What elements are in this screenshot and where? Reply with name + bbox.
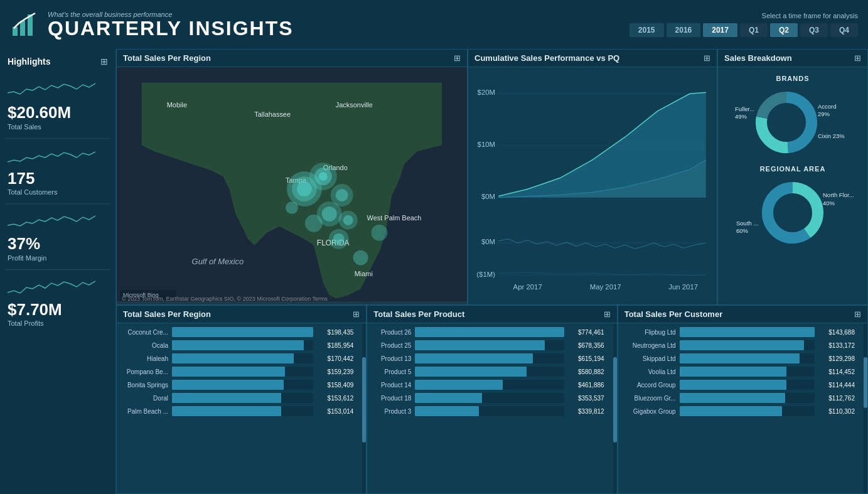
chart-icon xyxy=(10,9,40,40)
table-row: Product 18 $353,537 xyxy=(373,393,604,403)
product-bar-value-5: $353,537 xyxy=(568,395,604,402)
map-svg: Gulf of Mexico Mobile Tallahassee Jackso… xyxy=(117,67,467,304)
cumulative-panel-header: Cumulative Sales Performance vs PQ ⊞ xyxy=(468,50,717,67)
svg-text:Jacksonville: Jacksonville xyxy=(336,101,373,109)
metric-total-sales-label: Total Sales xyxy=(8,123,108,131)
product-bar-fill-4 xyxy=(415,380,503,390)
table-row: Voolia Ltd $114,452 xyxy=(624,367,855,377)
header-right: Select a time frame for analysis 2015 20… xyxy=(630,12,858,37)
customer-bar-panel-title: Total Sales Per Customer xyxy=(624,309,723,319)
svg-text:West Palm Beach: West Palm Beach xyxy=(367,214,422,222)
region-bar-fill-2 xyxy=(172,353,294,363)
sidebar-title: Highlights xyxy=(8,56,50,67)
sparkline-total-customers xyxy=(8,146,95,165)
q2-button[interactable]: Q2 xyxy=(770,23,798,37)
product-bar-track-4 xyxy=(415,380,564,390)
product-scrollbar[interactable] xyxy=(613,323,617,493)
content: Total Sales Per Region ⊞ Gulf of Mexico xyxy=(116,49,868,494)
table-row: Product 3 $339,812 xyxy=(373,406,604,416)
map-expand-icon[interactable]: ⊞ xyxy=(454,53,461,63)
svg-point-20 xyxy=(336,189,348,201)
q4-button[interactable]: Q4 xyxy=(830,23,858,37)
customer-bar-track-2 xyxy=(680,353,815,363)
region-label-0: Coconut Cre... xyxy=(123,329,168,336)
product-bar-panel-body: Product 26 $774,461 Product 25 $678,356 … xyxy=(367,323,616,493)
table-row: Palm Beach ... $153,014 xyxy=(123,406,353,416)
region-bar-track-2 xyxy=(172,353,313,363)
cumulative-chart-svg: $20M $10M $0M $0M ($1M) xyxy=(476,72,709,299)
svg-text:Apr 2017: Apr 2017 xyxy=(513,283,542,291)
cumulative-expand-icon[interactable]: ⊞ xyxy=(704,53,710,63)
svg-text:Cixin 23%: Cixin 23% xyxy=(818,132,845,139)
svg-point-49 xyxy=(769,105,804,140)
customer-expand-icon[interactable]: ⊞ xyxy=(854,309,861,319)
table-row: Product 26 $774,461 xyxy=(373,327,604,337)
top-row: Total Sales Per Region ⊞ Gulf of Mexico xyxy=(116,49,868,305)
region-bar-track-3 xyxy=(172,367,313,377)
sidebar-header: Highlights ⊞ xyxy=(5,54,110,69)
svg-text:May 2017: May 2017 xyxy=(590,283,621,291)
customer-bar-value-1: $133,172 xyxy=(818,342,855,349)
customer-bar-fill-3 xyxy=(680,367,786,377)
product-bar-value-4: $461,886 xyxy=(568,382,604,389)
metric-total-customers-label: Total Customers xyxy=(8,188,108,196)
customer-scrollbar[interactable] xyxy=(864,323,867,493)
svg-text:Mobile: Mobile xyxy=(167,101,187,109)
customer-bar-fill-6 xyxy=(680,406,783,416)
region-bar-value-3: $159,239 xyxy=(317,368,353,375)
year-2017-button[interactable]: 2017 xyxy=(703,23,737,37)
map-panel-header: Total Sales Per Region ⊞ xyxy=(117,50,467,67)
product-bar-value-0: $774,461 xyxy=(568,329,604,336)
region-bar-chart: Coconut Cre... $198,435 Ocala $185,954 H… xyxy=(117,323,360,493)
sidebar: Highlights ⊞ $20.60M Total Sales 175 Tot… xyxy=(0,49,116,494)
product-bar-track-6 xyxy=(415,406,564,416)
product-bar-inner: Product 26 $774,461 Product 25 $678,356 … xyxy=(367,323,616,493)
region-scrollbar[interactable] xyxy=(362,323,366,493)
year-2016-button[interactable]: 2016 xyxy=(667,23,701,37)
time-frame-label: Select a time frame for analysis xyxy=(762,12,858,19)
customer-bar-fill-0 xyxy=(680,327,815,337)
metric-total-customers-value: 175 xyxy=(8,169,108,188)
time-buttons: 2015 2016 2017 Q1 Q2 Q3 Q4 xyxy=(630,23,858,37)
svg-point-15 xyxy=(297,181,312,196)
regional-section-title: REGIONAL AREA xyxy=(760,165,826,173)
region-bar-value-2: $170,442 xyxy=(317,355,353,362)
year-2015-button[interactable]: 2015 xyxy=(630,23,664,37)
customer-bar-track-1 xyxy=(680,340,815,350)
product-bar-panel-title: Total Sales Per Product xyxy=(373,309,464,319)
customer-bar-track-3 xyxy=(680,367,815,377)
svg-text:29%: 29% xyxy=(818,110,830,117)
region-bar-track-4 xyxy=(172,380,313,390)
region-bar-fill-6 xyxy=(172,406,281,416)
region-label-1: Ocala xyxy=(123,342,168,349)
svg-text:60%: 60% xyxy=(736,227,749,234)
region-bar-panel: Total Sales Per Region ⊞ Coconut Cre... … xyxy=(116,305,367,494)
svg-text:$0M: $0M xyxy=(481,193,495,200)
region-expand-icon[interactable]: ⊞ xyxy=(353,309,360,319)
customer-label-5: Bluezoom Gr... xyxy=(624,395,676,402)
product-bar-value-3: $580,882 xyxy=(568,368,604,375)
breakdown-expand-icon[interactable]: ⊞ xyxy=(854,53,861,63)
svg-point-24 xyxy=(322,207,337,222)
region-bar-track-6 xyxy=(172,406,313,416)
svg-point-25 xyxy=(305,215,323,232)
region-bar-fill-3 xyxy=(172,367,285,377)
customer-bar-value-4: $114,444 xyxy=(818,382,855,389)
svg-text:Gulf of Mexico: Gulf of Mexico xyxy=(192,257,244,266)
svg-point-18 xyxy=(319,172,328,181)
q3-button[interactable]: Q3 xyxy=(800,23,828,37)
svg-text:($1M): ($1M) xyxy=(476,271,495,278)
svg-rect-1 xyxy=(20,21,25,36)
q1-button[interactable]: Q1 xyxy=(740,23,768,37)
product-expand-icon[interactable]: ⊞ xyxy=(604,309,611,319)
table-row: Hialeah $170,442 xyxy=(123,353,353,363)
product-bar-value-2: $615,194 xyxy=(568,355,604,362)
filter-icon[interactable]: ⊞ xyxy=(100,56,108,67)
product-bar-fill-6 xyxy=(415,406,479,416)
brands-donut-chart: Accord 29% Cixin 23% Fuller... 49% xyxy=(730,85,855,160)
brands-section-title: BRANDS xyxy=(776,75,809,82)
region-bar-value-0: $198,435 xyxy=(317,329,353,336)
region-bar-fill-4 xyxy=(172,380,284,390)
product-label-3: Product 5 xyxy=(373,368,411,375)
metric-total-profits-value: $7.70M xyxy=(8,301,108,319)
